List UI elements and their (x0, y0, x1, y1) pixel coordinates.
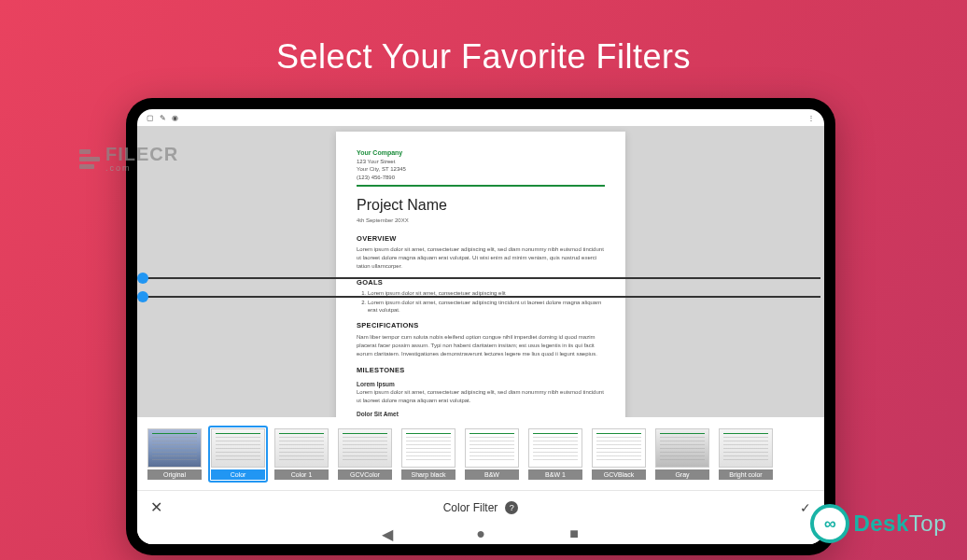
record-icon: ◉ (172, 114, 178, 122)
goals-list: Lorem ipsum dolor sit amet, consectetuer… (357, 290, 605, 314)
filter-option-gray[interactable]: Gray (652, 426, 712, 483)
bottom-bar: ✕ Color Filter ? ✓ (137, 490, 824, 524)
nav-home-icon[interactable]: ● (476, 529, 485, 539)
document-page: Your Company 123 Your Street Your City, … (336, 132, 625, 417)
section-overview-body: Lorem ipsum dolor sit amet, consectetuer… (357, 245, 605, 271)
camera-icon: ▢ (147, 114, 154, 122)
filter-thumbnail (147, 428, 202, 468)
filter-label: Bright color (719, 469, 773, 480)
goal-item: Lorem ipsum dolor sit amet, consectetuer… (368, 300, 605, 315)
filter-label: Color 1 (274, 469, 329, 480)
filter-label: Gray (655, 469, 709, 480)
filter-strip[interactable]: OriginalColorColor 1GCVColorSharp blackB… (137, 417, 824, 490)
tablet-screen: ▢ ✎ ◉ ⋮ Your Company 123 Your Street You… (137, 109, 824, 544)
filter-label: Original (147, 469, 202, 480)
filter-option-bright-color[interactable]: Bright color (716, 426, 776, 483)
tablet-frame: ▢ ✎ ◉ ⋮ Your Company 123 Your Street You… (126, 98, 835, 555)
company-phone: (123) 456-7890 (357, 174, 605, 181)
section-specs-title: SPECIFICATIONS (357, 321, 605, 330)
company-name: Your Company (357, 148, 605, 158)
desktop-logo-icon: ∞ (810, 504, 849, 543)
filter-thumbnail (719, 428, 773, 468)
filter-option-gcvblack[interactable]: GCVBlack (589, 426, 649, 483)
watermark-filecr-sub: .com (105, 163, 178, 173)
filter-label: GCVColor (338, 469, 392, 480)
filter-thumbnail (401, 428, 455, 468)
filter-thumbnail (211, 428, 265, 468)
filter-option-sharp-black[interactable]: Sharp black (399, 426, 458, 483)
bottom-bar-title: Color Filter (443, 501, 498, 514)
filter-label: Color (211, 469, 265, 480)
watermark-desktop-text: DeskTop (853, 511, 946, 537)
project-date: 4th September 20XX (357, 217, 605, 225)
filter-option-b-w-1[interactable]: B&W 1 (526, 426, 585, 483)
android-nav-bar: ◀ ● ■ (137, 524, 824, 544)
filter-thumbnail (655, 428, 709, 468)
slider-thumb[interactable] (137, 291, 148, 302)
filter-label: Sharp black (401, 469, 455, 480)
filter-label: B&W 1 (528, 469, 582, 480)
watermark-filecr: FILECR .com (79, 145, 178, 173)
section-specs-body: Nam liber tempor cum soluta nobis eleife… (357, 333, 605, 358)
contrast-slider[interactable] (141, 296, 820, 298)
filter-option-color[interactable]: Color (208, 426, 268, 483)
company-addr2: Your City, ST 12345 (357, 165, 605, 173)
milestone-body1: Lorem ipsum dolor sit amet, consectetuer… (357, 388, 605, 405)
milestone-sub2: Dolor Sit Amet (357, 411, 605, 417)
company-addr1: 123 Your Street (357, 158, 605, 165)
document-preview-area[interactable]: Your Company 123 Your Street Your City, … (137, 126, 824, 417)
hero-title: Select Your Favorite Filters (276, 37, 691, 77)
milestone-sub1: Lorem Ipsum (357, 381, 605, 388)
nav-back-icon[interactable]: ◀ (383, 529, 392, 539)
section-milestones-title: MILESTONES (357, 366, 605, 375)
filter-thumbnail (274, 428, 329, 468)
section-overview-title: OVERVIEW (357, 234, 605, 244)
brightness-slider[interactable] (141, 277, 820, 279)
filter-thumbnail (528, 428, 582, 468)
watermark-desktop: ∞ DeskTop (810, 504, 946, 543)
nav-recent-icon[interactable]: ■ (569, 529, 579, 539)
help-button[interactable]: ? (505, 501, 518, 514)
section-goals-title: GOALS (357, 278, 605, 287)
filter-label: B&W (465, 469, 519, 480)
company-block: Your Company 123 Your Street Your City, … (357, 148, 605, 181)
filter-thumbnail (338, 428, 392, 468)
slider-thumb[interactable] (137, 273, 148, 284)
filter-thumbnail (592, 428, 646, 468)
watermark-filecr-text: FILECR (105, 145, 178, 163)
filecr-logo-icon (79, 149, 100, 169)
filter-label: GCVBlack (592, 469, 646, 480)
cancel-button[interactable]: ✕ (150, 498, 167, 516)
filter-option-b-w[interactable]: B&W (462, 426, 522, 483)
project-name: Project Name (357, 196, 605, 216)
edit-icon: ✎ (160, 114, 166, 122)
filter-option-original[interactable]: Original (145, 426, 204, 483)
filter-thumbnail (465, 428, 519, 468)
divider (357, 185, 605, 187)
filter-option-gcvcolor[interactable]: GCVColor (335, 426, 395, 483)
filter-option-color-1[interactable]: Color 1 (272, 426, 331, 483)
confirm-button[interactable]: ✓ (794, 500, 811, 515)
android-status-bar: ▢ ✎ ◉ ⋮ (137, 109, 824, 126)
wifi-icon: ⋮ (807, 114, 815, 122)
